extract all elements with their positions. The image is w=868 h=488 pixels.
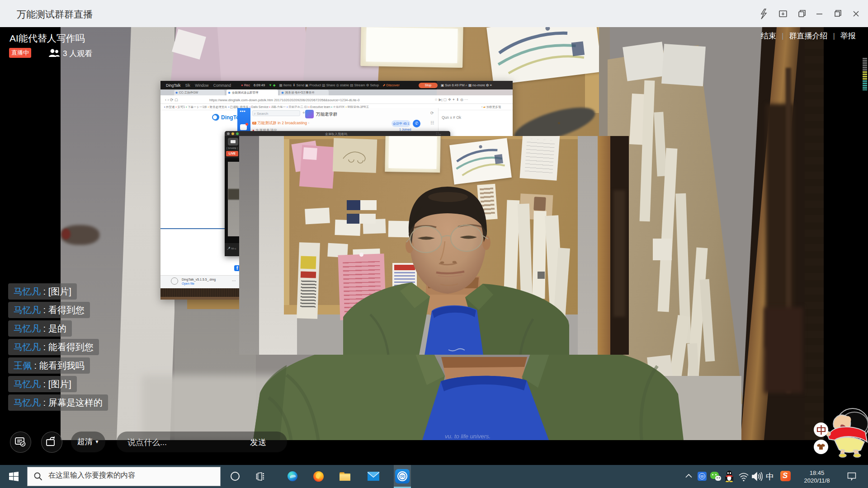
svg-text:vu. to life univers.: vu. to life univers. [445,433,491,440]
